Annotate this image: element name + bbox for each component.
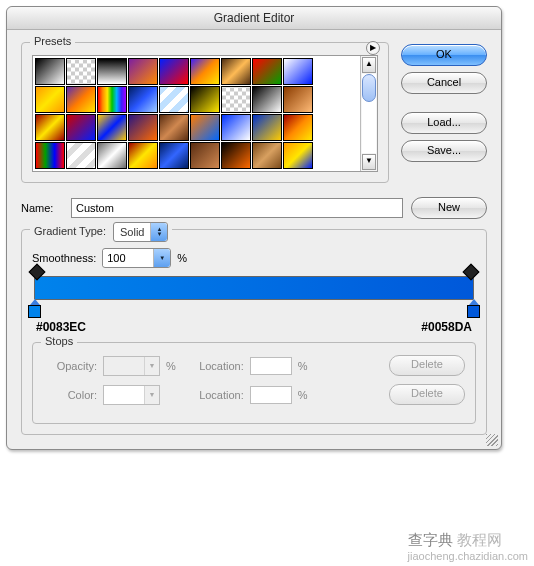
opacity-stop-left[interactable] — [31, 266, 43, 278]
preset-swatch[interactable] — [97, 114, 127, 141]
preset-swatch[interactable] — [159, 58, 189, 85]
smoothness-field[interactable]: ▼ — [102, 248, 171, 268]
preset-swatch[interactable] — [66, 114, 96, 141]
preset-swatch[interactable] — [252, 142, 282, 169]
ok-button[interactable]: OK — [401, 44, 487, 66]
preset-swatch[interactable] — [252, 58, 282, 85]
preset-swatch[interactable] — [221, 58, 251, 85]
smoothness-label: Smoothness: — [32, 252, 96, 264]
preset-swatch[interactable] — [97, 58, 127, 85]
preset-swatch[interactable] — [35, 114, 65, 141]
color-location-field — [250, 386, 292, 404]
right-stop-hex: #0058DA — [421, 320, 472, 334]
preset-swatch[interactable] — [190, 58, 220, 85]
preset-swatch[interactable] — [283, 114, 313, 141]
cancel-button[interactable]: Cancel — [401, 72, 487, 94]
delete-opacity-stop-button: Delete — [389, 355, 465, 376]
preset-swatch-grid[interactable] — [33, 56, 360, 171]
opacity-field: ▼ — [103, 356, 160, 376]
delete-color-stop-button: Delete — [389, 384, 465, 405]
preset-swatch[interactable] — [283, 86, 313, 113]
gradient-type-value: Solid — [114, 226, 150, 238]
preset-swatch[interactable] — [190, 114, 220, 141]
gradient-type-group: Gradient Type: Solid ▲▼ Smoothness: ▼ % — [21, 229, 487, 435]
opacity-stop-right[interactable] — [465, 266, 477, 278]
presets-menu-icon[interactable]: ▶ — [366, 41, 380, 55]
percent-label: % — [298, 360, 308, 372]
preset-swatch[interactable] — [159, 142, 189, 169]
preset-swatch[interactable] — [66, 58, 96, 85]
location-label: Location: — [188, 360, 244, 372]
preset-swatch[interactable] — [35, 86, 65, 113]
preset-swatch[interactable] — [97, 142, 127, 169]
preset-scrollbar[interactable]: ▲ ▼ — [360, 56, 377, 171]
load-button[interactable]: Load... — [401, 112, 487, 134]
preset-swatch[interactable] — [221, 86, 251, 113]
preset-swatch[interactable] — [35, 58, 65, 85]
preset-swatch[interactable] — [66, 86, 96, 113]
scroll-down-icon[interactable]: ▼ — [362, 154, 376, 170]
presets-group: Presets ▶ ▲ ▼ — [21, 42, 389, 183]
percent-label: % — [166, 360, 176, 372]
preset-swatch[interactable] — [128, 86, 158, 113]
resize-handle-icon[interactable] — [486, 434, 498, 446]
opacity-label: Opacity: — [43, 360, 97, 372]
new-button[interactable]: New — [411, 197, 487, 219]
dropdown-arrows-icon: ▲▼ — [150, 223, 167, 241]
window-title: Gradient Editor — [7, 7, 501, 30]
name-input[interactable] — [71, 198, 403, 218]
percent-label: % — [298, 389, 308, 401]
scroll-track[interactable] — [362, 74, 376, 153]
preset-swatch[interactable] — [97, 86, 127, 113]
color-field: ▼ — [103, 385, 160, 405]
left-stop-hex: #0083EC — [36, 320, 86, 334]
location-label: Location: — [188, 389, 244, 401]
stops-legend: Stops — [41, 335, 77, 347]
opacity-location-field — [250, 357, 292, 375]
preset-swatch[interactable] — [128, 142, 158, 169]
preset-swatch[interactable] — [283, 142, 313, 169]
preset-swatch[interactable] — [128, 114, 158, 141]
preset-swatch[interactable] — [128, 58, 158, 85]
preset-swatch[interactable] — [66, 142, 96, 169]
presets-legend: Presets — [30, 35, 75, 47]
stops-group: Stops Opacity: ▼ % Location: % Delete Co… — [32, 342, 476, 424]
preset-swatch[interactable] — [283, 58, 313, 85]
smoothness-input[interactable] — [103, 250, 153, 266]
name-label: Name: — [21, 202, 63, 214]
preset-swatch[interactable] — [221, 114, 251, 141]
preset-swatch[interactable] — [252, 114, 282, 141]
color-stop-right[interactable] — [467, 299, 480, 318]
gradient-type-select[interactable]: Solid ▲▼ — [113, 222, 168, 242]
preset-swatch[interactable] — [159, 86, 189, 113]
scroll-thumb[interactable] — [362, 74, 376, 102]
percent-label: % — [177, 252, 187, 264]
preset-swatch[interactable] — [190, 86, 220, 113]
gradient-type-label: Gradient Type: — [34, 225, 106, 237]
preset-swatch[interactable] — [159, 114, 189, 141]
preset-swatch[interactable] — [252, 86, 282, 113]
dropdown-arrow-icon: ▼ — [153, 249, 170, 267]
color-stop-left[interactable] — [28, 299, 41, 318]
save-button[interactable]: Save... — [401, 140, 487, 162]
preset-swatch[interactable] — [35, 142, 65, 169]
preset-swatch[interactable] — [221, 142, 251, 169]
color-label: Color: — [43, 389, 97, 401]
gradient-bar[interactable] — [34, 276, 474, 300]
preset-swatch[interactable] — [190, 142, 220, 169]
scroll-up-icon[interactable]: ▲ — [362, 57, 376, 73]
